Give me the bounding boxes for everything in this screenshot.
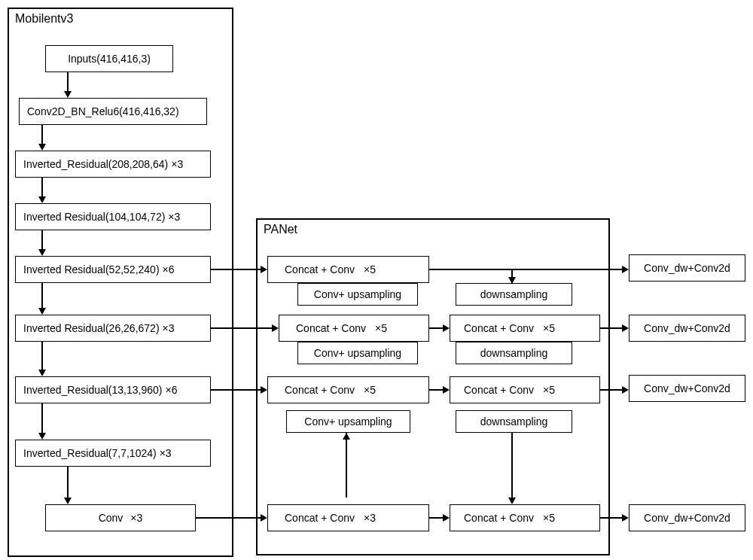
panet-rcc3: Concat + Conv ×5: [450, 376, 600, 403]
panet-up3: Conv+ upsampling: [286, 410, 410, 433]
arrow-head: [261, 514, 267, 522]
panet-rcc3-x: ×5: [543, 384, 555, 396]
panet-cc2-x: ×5: [375, 322, 387, 334]
text: Conv: [99, 512, 123, 524]
text: Inverted_Residual(13,13,960): [23, 384, 162, 396]
arrow: [67, 72, 69, 91]
text: Inverted Residual(26,26,672): [23, 322, 160, 334]
arrow: [600, 517, 622, 519]
arrow: [41, 342, 43, 370]
panet-rcc2-x: ×5: [543, 322, 555, 334]
arrow: [211, 269, 261, 270]
panet-rcc2: Concat + Conv ×5: [450, 315, 600, 342]
text: Inverted_Residual(7,7,1024): [23, 447, 157, 459]
node-ir1: Inverted_Residual(208,208,64) ×3: [15, 151, 211, 178]
panet-cc3: Concat + Conv ×5: [267, 376, 429, 403]
panet-cc4-x: ×3: [364, 512, 376, 524]
arrow-head: [261, 386, 267, 394]
text: Inverted_Residual(208,208,64): [23, 158, 168, 170]
arrow-head: [38, 144, 46, 151]
panet-label: PANet: [264, 223, 297, 236]
panet-ds2: downsampling: [456, 342, 572, 364]
text: downsampling: [480, 347, 548, 359]
text: Conv_dw+Conv2d: [644, 322, 730, 334]
arrow-head: [38, 433, 46, 440]
text: Conv+ upsampling: [304, 415, 392, 428]
arrow-head: [508, 498, 516, 504]
arrow: [346, 433, 347, 498]
text: downsampling: [480, 288, 548, 300]
panet-ds3: downsampling: [456, 410, 572, 433]
arrow-head: [622, 266, 629, 273]
text: Conv_dw+Conv2d: [644, 512, 730, 524]
arrow-head: [443, 386, 450, 394]
arrow-head: [64, 498, 72, 504]
arrow: [67, 467, 69, 498]
arrow-head: [622, 386, 629, 394]
arrow-head: [38, 308, 46, 315]
node-inputs: Inputs(416,416,3): [45, 45, 173, 72]
node-conv-x: ×3: [130, 512, 142, 524]
mobilenet-label: Mobilentv3: [15, 12, 73, 26]
arrow-head: [38, 196, 46, 203]
arrow-head: [443, 324, 450, 332]
node-ir4: Inverted Residual(26,26,672) ×3: [15, 315, 211, 342]
arrow: [41, 403, 43, 433]
arrow-head: [38, 370, 46, 376]
arrow: [511, 433, 513, 498]
text: Conv2D_BN_Relu6(416,416,32): [27, 105, 179, 117]
arrow: [429, 389, 443, 391]
arrow-head: [343, 433, 350, 440]
arrow-head: [508, 277, 516, 284]
panet-cc4: Concat + Conv ×3: [267, 504, 429, 531]
node-conv2d: Conv2D_BN_Relu6(416,416,32): [19, 98, 207, 125]
text: Concat + Conv: [464, 322, 534, 334]
panet-cc1-x: ×5: [364, 263, 376, 275]
arrow-head: [261, 266, 267, 273]
text: Concat + Conv: [285, 263, 355, 275]
arrow: [211, 389, 261, 391]
node-ir3-x: ×6: [163, 263, 175, 275]
panet-rcc4: Concat + Conv ×5: [450, 504, 600, 531]
text: Conv_dw+Conv2d: [644, 382, 730, 394]
arrow: [211, 327, 272, 329]
diagram-canvas: Mobilentv3 PANet Inputs(416,416,3) Conv2…: [0, 0, 753, 560]
arrow: [429, 327, 443, 329]
node-ir1-x: ×3: [171, 158, 183, 170]
text: Conv+ upsampling: [314, 288, 401, 300]
arrow: [196, 517, 261, 519]
arrow: [600, 389, 622, 391]
arrow: [429, 269, 622, 270]
panet-up2: Conv+ upsampling: [297, 342, 418, 364]
node-ir6: Inverted_Residual(7,7,1024) ×3: [15, 440, 211, 467]
arrow-head: [272, 324, 279, 332]
arrow-head: [64, 91, 72, 98]
arrow-head: [622, 324, 629, 332]
node-conv: Conv ×3: [45, 504, 196, 531]
panet-rcc4-x: ×5: [543, 512, 555, 524]
output-3: Conv_dw+Conv2d: [629, 375, 745, 402]
arrow: [41, 283, 43, 308]
output-4: Conv_dw+Conv2d: [629, 504, 745, 531]
node-ir6-x: ×3: [160, 447, 172, 459]
text: Concat + Conv: [285, 384, 355, 396]
text: Concat + Conv: [296, 322, 366, 334]
panet-cc2: Concat + Conv ×5: [279, 315, 429, 342]
output-1: Conv_dw+Conv2d: [629, 254, 745, 282]
panet-up1: Conv+ upsampling: [297, 283, 418, 306]
node-ir4-x: ×3: [163, 322, 175, 334]
text: Concat + Conv: [285, 512, 355, 524]
node-ir3: Inverted Residual(52,52,240) ×6: [15, 256, 211, 283]
node-ir2: Inverted Residual(104,104,72) ×3: [15, 203, 211, 230]
text: Inverted Residual(104,104,72): [23, 211, 165, 223]
arrow: [41, 125, 43, 144]
node-ir5: Inverted_Residual(13,13,960) ×6: [15, 376, 211, 403]
text: Conv_dw+Conv2d: [644, 262, 730, 274]
arrow-head: [622, 514, 629, 522]
node-ir2-x: ×3: [168, 211, 180, 223]
panet-cc3-x: ×5: [364, 384, 376, 396]
output-2: Conv_dw+Conv2d: [629, 315, 745, 342]
text: downsampling: [480, 415, 548, 428]
text: Concat + Conv: [464, 384, 534, 396]
text: Inputs(416,416,3): [68, 53, 151, 65]
